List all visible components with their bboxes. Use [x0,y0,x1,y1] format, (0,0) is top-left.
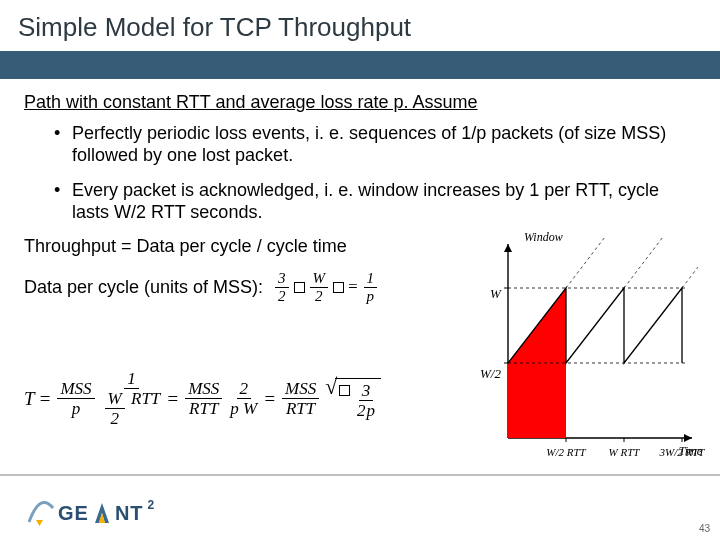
throughput-equation: T = MSS p 1 W2 RTT = MSS RTT 2 p W = MSS… [24,370,381,427]
swoosh-icon [26,498,54,528]
logo-text-b: NT [115,502,144,525]
data-per-cycle-equation: 32 W2 = 1p [273,271,379,304]
sawtooth-chart: Window [408,238,698,468]
sqrt-icon: √ 3 2p [325,378,381,419]
page-number: 43 [699,523,710,534]
bullet-text: Every packet is acknowledged, i. e. wind… [72,179,696,224]
footer-divider [0,474,720,476]
geant2-logo: GE NT 2 [26,498,155,528]
bullet-item: • Every packet is acknowledged, i. e. wi… [54,179,696,224]
placeholder-box-icon [294,282,305,293]
chart-y-label: Window [524,230,563,245]
svg-line-6 [624,238,666,288]
bullet-item: • Perfectly periodic loss events, i. e. … [54,122,696,167]
logo-text-a: GE [58,502,89,525]
placeholder-box-icon [333,282,344,293]
chart-y-tick: W/2 [480,366,501,382]
title-band [0,51,720,79]
bullet-text: Perfectly periodic loss events, i. e. se… [72,122,696,167]
chart-x-tick: 3W/2 RTT [660,446,705,458]
logo-superscript: 2 [148,498,156,512]
placeholder-box-icon [339,385,350,396]
chart-svg [408,238,698,468]
chart-x-tick: W/2 RTT [546,446,585,458]
bullet-marker: • [54,179,72,224]
bullet-marker: • [54,122,72,167]
bullet-list: • Perfectly periodic loss events, i. e. … [24,122,696,224]
chart-x-tick: W RTT [609,446,640,458]
slide-title: Simple Model for TCP Throughput [0,0,720,51]
chart-y-tick: W [490,286,501,302]
a-glyph-icon [93,501,111,525]
slide-body: Path with constant RTT and average loss … [0,79,720,224]
intro-line: Path with constant RTT and average loss … [24,91,696,114]
svg-line-5 [566,238,608,288]
svg-marker-13 [36,520,43,526]
svg-line-7 [682,254,698,288]
data-per-cycle-label: Data per cycle (units of MSS): [24,277,263,298]
slide: Simple Model for TCP Throughput Path wit… [0,0,720,540]
